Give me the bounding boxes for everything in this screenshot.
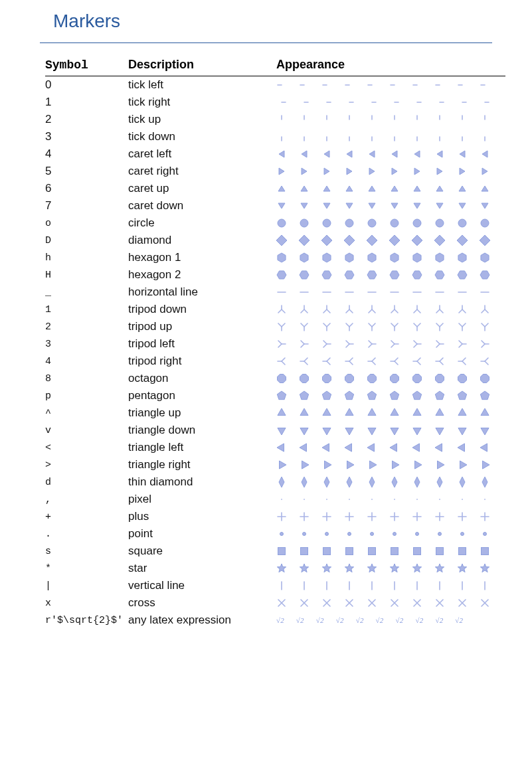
svg-line-162 [282,323,285,327]
triup-marker-icon [480,321,490,332]
table-row: <triangle left [45,439,505,456]
svg-marker-301 [302,461,309,469]
svg-rect-323 [349,499,350,500]
table-row: 4tripod right [45,353,505,370]
svg-line-144 [372,309,375,313]
tickup-marker-icon [412,114,422,125]
svg-marker-55 [392,168,397,175]
svg-rect-324 [371,499,373,500]
svg-marker-304 [369,461,377,469]
marker-appearance-cell [256,76,505,94]
triright-marker-icon [434,356,445,367]
diamond-marker-icon [389,235,400,246]
svg-marker-260 [277,391,286,400]
svg-line-189 [485,323,488,327]
svg-marker-90 [276,235,287,246]
table-row: xcross [45,594,505,612]
caretup-marker-icon [480,183,490,194]
svg-line-248 [485,358,488,361]
point-marker-icon [321,529,332,539]
table-row: 8octagon [45,370,505,387]
svg-point-84 [368,219,376,227]
svg-line-150 [417,309,420,313]
svg-marker-293 [345,444,352,452]
svg-line-141 [349,309,353,313]
marker-symbol: 4 [45,145,128,163]
svg-marker-53 [347,168,352,175]
tickup-marker-icon [276,114,287,125]
marker-appearance-cell [256,577,505,594]
tridown-marker-icon [344,304,355,315]
marker-appearance [276,270,500,280]
marker-description: triangle up [128,404,256,422]
hline-marker-icon [412,287,422,297]
svg-marker-113 [345,271,354,279]
table-row: 2tick up [45,111,505,128]
marker-appearance [276,183,500,194]
svg-marker-109 [481,253,489,262]
marker-appearance-cell [256,370,505,387]
col-appearance-header: Appearance [256,54,505,76]
tleft-marker-icon [367,442,377,453]
vline-marker-icon [299,580,310,591]
marker-appearance [276,390,500,401]
col-description-header: Description [128,54,256,76]
marker-symbol: 7 [45,197,128,214]
svg-line-210 [414,344,417,347]
cross-marker-icon [434,598,445,608]
point-marker-icon [367,529,377,539]
marker-symbol: v [45,422,128,439]
svg-marker-266 [412,391,421,400]
svg-line-242 [440,358,443,361]
tdown-marker-icon [321,425,332,436]
marker-appearance-cell: √2√2√2√2√2√2√2√2√2√2 [256,612,505,629]
tickup-marker-icon [367,114,377,125]
table-row: r'$\sqrt{2}$'any latex expression√2√2√2√… [45,612,505,629]
marker-appearance [276,304,500,315]
marker-symbol: 4 [45,353,128,370]
hex2-marker-icon [276,270,287,280]
latex-marker-icon: √2 [415,616,423,624]
trileft-marker-icon [299,339,310,349]
marker-description: octagon [128,370,256,387]
svg-marker-115 [390,271,399,279]
tickup-marker-icon [389,114,400,125]
caretleft-marker-icon [299,149,310,159]
svg-line-231 [349,361,353,365]
svg-rect-363 [345,548,353,555]
svg-line-183 [440,323,443,327]
caretup-marker-icon [389,183,400,194]
tleft-marker-icon [321,442,332,453]
pixel-marker-icon [367,494,377,505]
marker-symbol: < [45,439,128,456]
caretleft-marker-icon [457,149,468,159]
svg-line-206 [391,341,395,344]
square-marker-icon [412,546,422,556]
svg-line-197 [323,341,327,344]
caretdown-marker-icon [321,201,332,211]
caretright-marker-icon [344,166,355,177]
star-marker-icon [321,563,332,574]
diamond-marker-icon [321,235,332,246]
svg-marker-313 [347,477,352,487]
pentagon-marker-icon [480,390,490,401]
svg-rect-326 [416,499,418,500]
marker-appearance [276,114,500,125]
svg-line-215 [459,341,462,344]
marker-symbol: . [45,525,128,543]
svg-point-88 [458,219,466,227]
latex-marker-icon: √2 [396,616,404,624]
pixel-marker-icon [299,494,310,505]
svg-marker-318 [460,477,465,487]
svg-marker-280 [278,428,286,436]
hline-marker-icon [434,287,445,297]
tleft-marker-icon [457,442,468,453]
caretleft-marker-icon [434,149,445,159]
marker-appearance [276,80,500,90]
marker-appearance-cell [256,594,505,612]
svg-line-165 [304,323,308,327]
marker-appearance-cell [256,404,505,422]
svg-line-194 [301,341,304,344]
tridown-marker-icon [276,304,287,315]
marker-symbol: 1 [45,301,128,318]
